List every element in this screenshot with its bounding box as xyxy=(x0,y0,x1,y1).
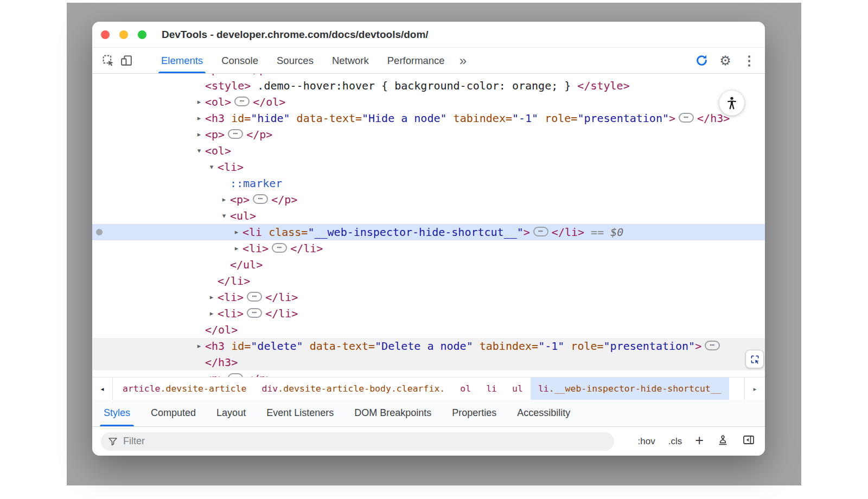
expand-children-icon[interactable]: ⋯ xyxy=(533,227,548,236)
expand-children-icon[interactable]: ⋯ xyxy=(234,97,250,106)
dom-row[interactable]: ▸<li>⋯</li> xyxy=(92,289,765,305)
dom-row[interactable]: ▸<p>⋯</p> xyxy=(92,126,765,143)
dom-tree[interactable]: ▸<p>⋯</p><style> .demo--hover:hover { ba… xyxy=(92,74,765,377)
dom-row[interactable]: ::marker xyxy=(92,175,765,191)
sidebar-tab-layout[interactable]: Layout xyxy=(206,400,256,426)
dom-row[interactable]: ▸<ol>⋯</ol> xyxy=(92,94,765,110)
collapsed-arrow-icon[interactable]: ▸ xyxy=(194,74,204,78)
dom-token-attr: tabindex= xyxy=(473,340,538,353)
tab-sources[interactable]: Sources xyxy=(267,48,323,73)
breadcrumb-item[interactable]: ul xyxy=(505,378,531,400)
dom-token-attr: tabindex= xyxy=(447,112,512,125)
element-classes-button[interactable]: .cls xyxy=(668,436,682,447)
traffic-lights xyxy=(101,30,146,39)
dom-row[interactable]: ▸<p>⋯</p> xyxy=(92,191,765,208)
tab-performance[interactable]: Performance xyxy=(378,48,454,73)
dom-row[interactable]: </ol> xyxy=(92,322,765,338)
dom-token-attr: data-text= xyxy=(303,340,375,353)
zoom-button[interactable] xyxy=(138,30,146,39)
kebab-menu-icon[interactable]: ⋮ xyxy=(740,52,758,70)
expand-children-icon[interactable]: ⋯ xyxy=(253,194,268,204)
tab-console[interactable]: Console xyxy=(212,48,267,73)
expand-children-icon[interactable]: ⋯ xyxy=(247,308,262,318)
breadcrumb-scroll-right-icon[interactable]: ▸ xyxy=(744,378,765,400)
dom-token-tag: </li> xyxy=(290,242,323,255)
collapsed-arrow-icon[interactable]: ▸ xyxy=(194,370,204,377)
dom-row[interactable]: ▸<li>⋯</li> xyxy=(92,240,765,257)
sidebar-tab-event-listeners[interactable]: Event Listeners xyxy=(256,400,344,426)
breadcrumb-tag: li xyxy=(486,383,497,394)
expanded-arrow-icon[interactable]: ▾ xyxy=(219,208,229,224)
sidebar-tab-computed[interactable]: Computed xyxy=(141,400,206,426)
collapsed-arrow-icon[interactable]: ▸ xyxy=(194,338,204,354)
collapsed-arrow-icon[interactable]: ▸ xyxy=(194,110,204,126)
expand-children-icon[interactable]: ⋯ xyxy=(679,113,694,123)
toggle-element-state-button[interactable]: :hov xyxy=(638,436,655,447)
dom-row[interactable]: ▸<h3 id="hide" data-text="Hide a node" t… xyxy=(92,110,765,126)
dom-row[interactable]: ▸<p>⋯</p> xyxy=(92,74,765,78)
reload-icon xyxy=(694,53,709,68)
sidebar-tab-accessibility[interactable]: Accessibility xyxy=(507,400,580,426)
dom-row[interactable]: </ul> xyxy=(92,257,765,273)
tab-network[interactable]: Network xyxy=(323,48,378,73)
reload-devtools-button[interactable] xyxy=(692,52,711,70)
style-filter-field[interactable] xyxy=(101,432,614,451)
collapsed-arrow-icon[interactable]: ▸ xyxy=(219,191,229,208)
breadcrumb-item[interactable]: li.__web-inspector-hide-shortcut__ xyxy=(531,378,729,400)
breadcrumb-item[interactable]: li xyxy=(478,378,505,400)
tab-elements[interactable]: Elements xyxy=(152,48,212,73)
minimize-button[interactable] xyxy=(119,30,128,39)
dom-row[interactable]: </h3> xyxy=(92,354,765,370)
collapsed-arrow-icon[interactable]: ▸ xyxy=(207,305,216,322)
pick-element-button[interactable] xyxy=(745,350,764,368)
collapsed-arrow-icon[interactable]: ▸ xyxy=(194,126,204,143)
dom-row[interactable]: ▾<ul> xyxy=(92,208,765,224)
expanded-arrow-icon[interactable]: ▾ xyxy=(194,143,204,159)
collapsed-arrow-icon[interactable]: ▸ xyxy=(232,224,241,240)
expand-children-icon[interactable]: ⋯ xyxy=(272,243,287,253)
collapsed-arrow-icon[interactable]: ▸ xyxy=(207,289,216,305)
inspect-element-button[interactable] xyxy=(99,52,117,70)
dom-token-tag: <h3 xyxy=(205,340,225,353)
expand-children-icon[interactable]: ⋯ xyxy=(247,292,262,302)
dom-row[interactable]: <style> .demo--hover:hover { background-… xyxy=(92,78,765,94)
sidebar-tab-dom-breakpoints[interactable]: DOM Breakpoints xyxy=(344,400,442,426)
dom-row[interactable]: ▸<li class="__web-inspector-hide-shortcu… xyxy=(92,224,765,240)
settings-gear-icon[interactable]: ⚙ xyxy=(716,52,735,70)
filter-input[interactable] xyxy=(123,436,608,447)
sidebar-tab-styles[interactable]: Styles xyxy=(93,400,141,426)
collapse-panel-icon[interactable] xyxy=(742,433,755,449)
breadcrumb-item[interactable]: div.devsite-article-body.clearfix. xyxy=(254,378,453,400)
stamp-icon[interactable] xyxy=(717,434,729,449)
titlebar[interactable]: DevTools - developer.chrome.com/docs/dev… xyxy=(92,22,765,48)
dom-row[interactable]: ▸<h3 id="delete" data-text="Delete a nod… xyxy=(92,338,765,354)
accessibility-button[interactable] xyxy=(719,91,744,116)
breadcrumb-item[interactable]: article.devsite-article xyxy=(115,378,254,400)
breadcrumb-scroll-left-icon[interactable]: ◂ xyxy=(92,378,113,400)
dom-token-tag: <li> xyxy=(218,291,244,304)
expand-children-icon[interactable]: ⋯ xyxy=(228,129,243,139)
expanded-arrow-icon[interactable]: ▾ xyxy=(207,159,216,175)
dom-row[interactable]: ▸<li>⋯</li> xyxy=(92,305,765,322)
collapsed-arrow-icon[interactable]: ▸ xyxy=(232,240,241,257)
breadcrumb-classes: .devsite-article xyxy=(161,383,247,394)
dom-row[interactable]: </li> xyxy=(92,273,765,289)
dom-token-val: "Delete a node" xyxy=(375,340,473,353)
expand-children-icon[interactable]: ⋯ xyxy=(228,373,243,378)
dom-row[interactable]: ▸<p>⋯</p> xyxy=(92,370,765,377)
dom-row[interactable]: ▾<li> xyxy=(92,159,765,175)
close-button[interactable] xyxy=(101,30,110,39)
dom-token-tag: <p> xyxy=(205,128,225,141)
collapsed-arrow-icon[interactable]: ▸ xyxy=(194,94,204,110)
breadcrumb-item[interactable]: ol xyxy=(452,378,478,400)
filter-funnel-icon xyxy=(107,436,118,447)
more-tabs-button[interactable]: » xyxy=(454,53,472,68)
dom-token-tag: <p> xyxy=(230,193,250,206)
dom-token-tag: </p> xyxy=(246,74,272,76)
expand-children-icon[interactable]: ⋯ xyxy=(705,341,720,350)
dom-row[interactable]: ▾<ol> xyxy=(92,143,765,159)
sidebar-tab-properties[interactable]: Properties xyxy=(442,400,507,426)
new-style-rule-button[interactable]: + xyxy=(695,433,704,448)
device-toolbar-button[interactable] xyxy=(117,52,136,70)
breadcrumb-tag: article xyxy=(123,383,161,394)
